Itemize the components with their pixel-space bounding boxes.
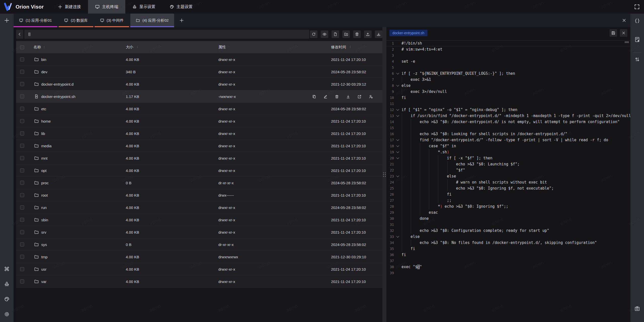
row-checkbox[interactable] — [20, 230, 24, 234]
fold-chevron-icon[interactable] — [394, 149, 401, 155]
table-row[interactable]: tmp4.00 KBdrwxrwxrwx2021-12-30 03:29:10 — [16, 251, 382, 263]
line-number[interactable]: 8 — [386, 83, 394, 89]
fullscreen-icon[interactable] — [634, 4, 640, 10]
table-row[interactable]: bin4.00 KBdrwxr-xr-x2021-11-24 17:20:10 — [16, 53, 382, 66]
row-checkbox[interactable] — [20, 181, 24, 185]
line-number[interactable]: 21 — [386, 161, 394, 167]
line-number[interactable]: 22 — [386, 167, 394, 173]
table-row[interactable]: opt4.00 KBdrwxr-xr-x2021-11-24 17:20:10 — [16, 164, 382, 177]
theme-settings-icon[interactable] — [4, 296, 10, 302]
line-number[interactable]: 37 — [386, 258, 394, 264]
table-row[interactable]: media4.00 KBdrwxr-xr-x2021-11-24 17:20:1… — [16, 140, 382, 152]
sort-name-icon[interactable] — [43, 46, 46, 49]
table-row[interactable]: root4.00 KBdrwx------2021-11-24 17:20:10 — [16, 189, 382, 201]
download-icon[interactable] — [346, 95, 350, 99]
file-name[interactable]: home — [41, 119, 51, 123]
menu-theme-settings[interactable]: 主题设置 — [163, 0, 200, 14]
table-row[interactable]: mnt4.00 KBdrwxr-xr-x2021-11-24 17:20:10 — [16, 152, 382, 164]
transfer-list-icon[interactable] — [634, 37, 640, 42]
close-editor-button[interactable] — [620, 29, 627, 37]
fold-chevron-icon[interactable] — [394, 113, 401, 119]
table-row[interactable]: sys0 Bdr-xr-xr-x2024-05-28 23:58:02 — [16, 238, 382, 251]
file-name[interactable]: proc — [41, 181, 49, 185]
table-row[interactable]: etc4.00 KBdrwxr-xr-x2024-05-28 23:58:02 — [16, 103, 382, 115]
table-row[interactable]: home4.00 KBdrwxr-xr-x2021-11-24 17:20:10 — [16, 115, 382, 127]
terminal-tab-3[interactable]: (3) 中间件 — [95, 14, 129, 27]
sort-time-icon[interactable] — [349, 46, 352, 48]
line-number[interactable]: 35 — [386, 246, 394, 252]
row-checkbox[interactable] — [20, 131, 24, 135]
file-name[interactable]: lib — [41, 131, 45, 136]
close-all-tabs-icon[interactable] — [622, 18, 626, 23]
row-checkbox[interactable] — [20, 119, 24, 123]
line-number[interactable]: 3 — [386, 52, 394, 58]
line-number[interactable]: 15 — [386, 125, 394, 131]
terminal-tab-1[interactable]: (1) 应用-分析01 — [14, 14, 57, 27]
row-checkbox[interactable] — [20, 267, 24, 271]
delete-icon[interactable] — [335, 95, 339, 99]
line-number[interactable]: 26 — [386, 191, 394, 197]
table-row[interactable]: var4.00 KBdrwxr-xr-x2021-11-24 17:20:10 — [16, 275, 382, 288]
back-button[interactable] — [16, 30, 23, 39]
row-checkbox[interactable] — [20, 205, 24, 209]
line-number[interactable]: 14 — [386, 119, 394, 125]
terminal-tab-2[interactable]: (2) 数据库 — [59, 14, 93, 27]
file-name[interactable]: opt — [41, 168, 47, 173]
fold-chevron-icon[interactable] — [394, 107, 401, 113]
row-checkbox[interactable] — [20, 279, 24, 283]
row-checkbox[interactable] — [20, 144, 24, 148]
fold-chevron-icon[interactable] — [394, 83, 401, 89]
row-checkbox[interactable] — [20, 218, 24, 222]
line-number[interactable]: 13 — [386, 113, 394, 119]
table-row[interactable]: sbin4.00 KBdrwxr-xr-x2021-11-24 17:20:10 — [16, 214, 382, 226]
line-number[interactable]: 19 — [386, 149, 394, 155]
filter-icon[interactable] — [128, 46, 132, 49]
file-name[interactable]: srv — [41, 230, 46, 234]
table-row[interactable]: proc0 Bdr-xr-xr-x2024-05-28 23:58:02 — [16, 177, 382, 189]
row-checkbox[interactable] — [20, 193, 24, 197]
file-name[interactable]: run — [41, 205, 47, 210]
code-area[interactable]: 1#!/bin/sh2# vim:sw=4:ts=4:et34set -e56i… — [386, 40, 630, 322]
line-number[interactable]: 38 — [386, 264, 394, 270]
permission-icon[interactable] — [369, 95, 373, 99]
table-row[interactable]: run4.00 KBdrwxr-xr-x2024-05-28 23:58:02 — [16, 201, 382, 214]
row-checkbox[interactable] — [20, 57, 24, 61]
line-number[interactable]: 2 — [386, 46, 394, 52]
line-number[interactable]: 29 — [386, 209, 394, 216]
row-checkbox[interactable] — [20, 242, 24, 246]
file-name[interactable]: sys — [41, 242, 47, 247]
line-number[interactable]: 18 — [386, 143, 394, 149]
refresh-button[interactable] — [310, 30, 317, 38]
table-row[interactable]: srv4.00 KBdrwxr-xr-x2021-11-24 17:20:10 — [16, 226, 382, 238]
file-name[interactable]: docker-entrypoint.sh — [41, 94, 75, 99]
file-name[interactable]: tmp — [41, 255, 48, 259]
menu-host-terminal[interactable]: 主机终端 — [88, 0, 125, 14]
upload-button[interactable] — [364, 30, 372, 38]
file-name[interactable]: mnt — [41, 156, 48, 160]
fold-chevron-icon[interactable] — [394, 234, 401, 240]
line-number[interactable]: 36 — [386, 252, 394, 258]
new-folder-button[interactable] — [342, 30, 350, 38]
display-settings-icon[interactable] — [4, 281, 10, 287]
file-name[interactable]: dev — [41, 70, 47, 74]
row-checkbox[interactable] — [20, 94, 24, 98]
line-number[interactable]: 24 — [386, 179, 394, 185]
file-name[interactable]: usr — [41, 267, 47, 271]
line-number[interactable]: 10 — [386, 95, 394, 101]
line-number[interactable]: 16 — [386, 131, 394, 137]
line-number[interactable]: 32 — [386, 228, 394, 234]
screenshot-icon[interactable] — [634, 306, 640, 311]
line-number[interactable]: 28 — [386, 203, 394, 209]
line-number[interactable]: 5 — [386, 64, 394, 70]
row-checkbox[interactable] — [20, 156, 24, 160]
select-all-checkbox[interactable] — [20, 45, 24, 49]
fold-chevron-icon[interactable] — [394, 137, 401, 143]
line-number[interactable]: 30 — [386, 216, 394, 222]
menu-display-settings[interactable]: 显示设置 — [125, 0, 163, 14]
sort-size-icon[interactable] — [136, 46, 139, 48]
row-checkbox[interactable] — [20, 255, 24, 259]
line-number[interactable]: 20 — [386, 155, 394, 161]
table-row[interactable]: dev340 Bdrwxr-xr-x2024-05-28 23:58:02 — [16, 66, 382, 78]
menu-new-connection[interactable]: 新建连接 — [51, 0, 88, 14]
fold-chevron-icon[interactable] — [394, 70, 401, 77]
